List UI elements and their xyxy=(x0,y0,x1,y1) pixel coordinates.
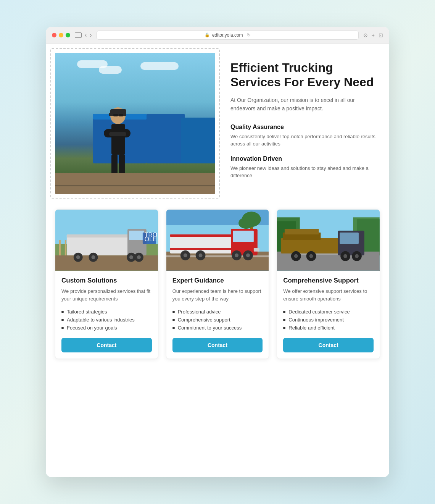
bullet-icon xyxy=(61,327,64,329)
svg-point-53 xyxy=(198,254,202,257)
feature-innovation: Innovation Driven We pioneer new ideas a… xyxy=(230,155,380,179)
card-3-contact-button[interactable]: Contact xyxy=(283,338,374,352)
card-1-list: Tailored strategies Adaptable to various… xyxy=(61,308,152,332)
share-icon[interactable]: ⊙ xyxy=(363,32,368,38)
bullet-icon xyxy=(172,311,175,313)
list-item: Commitment to your success xyxy=(172,324,263,332)
svg-point-33 xyxy=(137,255,141,259)
svg-point-77 xyxy=(343,254,347,258)
list-item: Reliable and efficient xyxy=(283,324,374,332)
svg-rect-22 xyxy=(67,234,131,255)
svg-rect-7 xyxy=(113,114,118,116)
cloud-2 xyxy=(99,66,122,74)
svg-rect-2 xyxy=(147,114,185,163)
toolbar-actions: ⊙ + ⊡ xyxy=(363,32,383,38)
feature-quality-title: Quality Assurance xyxy=(230,124,380,131)
hero-text: Efficient Trucking Services For Every Ne… xyxy=(230,53,380,194)
list-item: Dedicated customer service xyxy=(283,308,374,316)
bullet-icon xyxy=(61,319,64,321)
card-1-title: Custom Solutions xyxy=(61,277,152,284)
trucks-svg xyxy=(55,106,215,175)
card-3-list: Dedicated customer service Continuous im… xyxy=(283,308,374,332)
hero-section: Efficient Trucking Services For Every Ne… xyxy=(55,53,380,194)
card-3-desc: We offer extensive support services to e… xyxy=(283,288,374,302)
card-custom-solutions: TRO OLE Custom Solutions We provide pers… xyxy=(55,209,158,359)
svg-point-75 xyxy=(309,254,313,258)
feature-innovation-desc: We pioneer new ideas and solutions to st… xyxy=(230,165,380,179)
feature-innovation-title: Innovation Driven xyxy=(230,155,380,162)
browser-controls: ‹ › xyxy=(75,32,92,39)
svg-point-27 xyxy=(76,255,80,259)
dot-yellow[interactable] xyxy=(59,33,63,37)
svg-rect-69 xyxy=(285,229,319,234)
card-2-image xyxy=(166,210,269,271)
hero-title: Efficient Trucking Services For Every Ne… xyxy=(230,60,380,90)
cards-section: TRO OLE Custom Solutions We provide pers… xyxy=(55,209,380,359)
road xyxy=(55,173,215,194)
feature-quality: Quality Assurance We consistently delive… xyxy=(230,124,380,148)
bullet-icon xyxy=(283,311,285,313)
card-1-image: TRO OLE xyxy=(55,210,158,271)
card-2-desc: Our experienced team is here to support … xyxy=(172,288,263,302)
card-1-truck-svg: TRO OLE xyxy=(55,210,158,271)
back-button[interactable]: ‹ xyxy=(85,32,87,39)
list-item: Tailored strategies xyxy=(61,308,152,316)
add-tab-icon[interactable]: + xyxy=(372,32,375,38)
svg-point-73 xyxy=(294,254,298,258)
svg-rect-8 xyxy=(119,114,123,116)
svg-text:OLE: OLE xyxy=(145,236,157,242)
svg-rect-10 xyxy=(111,124,125,155)
card-2-list: Professional advice Comprehensive suppor… xyxy=(172,308,263,332)
svg-rect-14 xyxy=(111,155,118,175)
svg-point-79 xyxy=(355,254,359,258)
svg-rect-44 xyxy=(170,234,235,254)
refresh-icon[interactable]: ↻ xyxy=(247,32,251,38)
svg-point-31 xyxy=(129,255,133,259)
menu-icon[interactable]: ⊡ xyxy=(379,32,383,38)
dot-red[interactable] xyxy=(52,33,56,37)
svg-rect-25 xyxy=(129,231,144,240)
card-2-truck-svg xyxy=(166,210,269,271)
hero-subtitle: At Our Organization, our mission is to e… xyxy=(230,96,380,113)
card-1-body: Custom Solutions We provide personalized… xyxy=(55,271,158,359)
svg-rect-45 xyxy=(170,234,235,237)
list-item: Comprehensive support xyxy=(172,316,263,324)
cloud-3 xyxy=(140,62,179,70)
sky-clouds xyxy=(63,60,208,83)
hero-image-wrapper xyxy=(55,53,215,194)
url-text: editor.yola.com xyxy=(212,32,243,38)
svg-rect-20 xyxy=(65,240,66,255)
bullet-icon xyxy=(61,311,64,313)
browser-window: ‹ › 🔒 editor.yola.com ↻ ⊙ + ⊡ xyxy=(46,27,389,477)
svg-rect-71 xyxy=(340,233,359,244)
bullet-icon xyxy=(172,319,175,321)
card-comprehensive-support: Comprehensive Support We offer extensive… xyxy=(277,209,380,359)
browser-toolbar: ‹ › 🔒 editor.yola.com ↻ ⊙ + ⊡ xyxy=(46,27,389,44)
address-bar[interactable]: 🔒 editor.yola.com ↻ xyxy=(97,31,359,40)
svg-rect-48 xyxy=(233,231,254,242)
card-3-truck-svg xyxy=(277,210,380,271)
svg-rect-23 xyxy=(67,234,131,237)
list-item: Continuous improvement xyxy=(283,316,374,324)
svg-point-55 xyxy=(235,254,238,257)
list-item: Professional advice xyxy=(172,308,263,316)
feature-quality-desc: We consistently deliver top-notch perfor… xyxy=(230,133,380,148)
svg-rect-19 xyxy=(59,240,61,255)
card-3-title: Comprehensive Support xyxy=(283,277,374,284)
card-2-contact-button[interactable]: Contact xyxy=(172,338,263,352)
svg-rect-49 xyxy=(254,248,259,252)
lock-icon: 🔒 xyxy=(205,32,210,37)
svg-rect-46 xyxy=(170,248,235,250)
list-item: Focused on your goals xyxy=(61,324,152,332)
card-1-contact-button[interactable]: Contact xyxy=(61,338,152,352)
dot-green[interactable] xyxy=(66,33,70,37)
tab-icon xyxy=(75,32,82,38)
hero-image xyxy=(55,53,215,194)
trucks-background xyxy=(55,106,215,175)
card-expert-guidance: Expert Guidance Our experienced team is … xyxy=(166,209,269,359)
bullet-icon xyxy=(172,327,175,329)
bullet-icon xyxy=(283,319,285,321)
forward-button[interactable]: › xyxy=(90,32,92,39)
svg-point-51 xyxy=(183,254,187,257)
card-2-title: Expert Guidance xyxy=(172,277,263,284)
